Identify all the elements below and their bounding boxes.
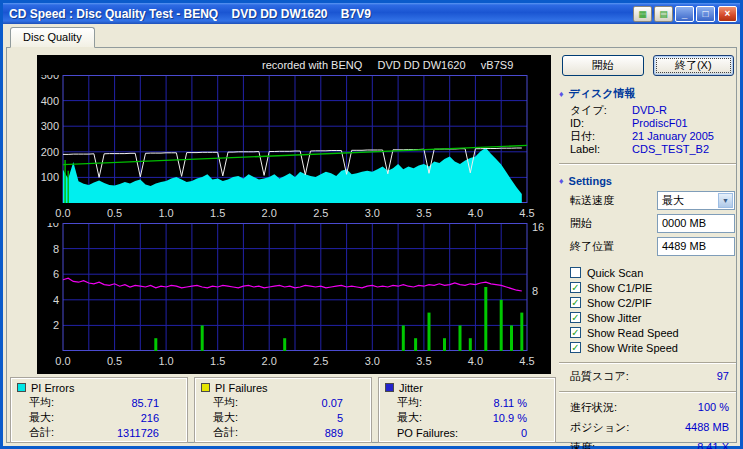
checkbox-box[interactable]: ✓ xyxy=(570,342,581,353)
stat-panel-jitter: Jitter平均:8.11 %最大:10.9 %PO Failures:0 xyxy=(378,377,556,443)
close-button[interactable]: × xyxy=(718,6,737,22)
start-button[interactable]: 開始 xyxy=(562,55,644,76)
legend-swatch-icon xyxy=(17,383,26,392)
stat-row: 合計:1311726 xyxy=(17,425,183,440)
stat-panel-title: PI Failures xyxy=(215,382,268,394)
stat-row: 最大:5 xyxy=(201,410,367,425)
svg-text:3.5: 3.5 xyxy=(416,207,431,219)
checkbox-box[interactable] xyxy=(570,267,581,278)
info-label: Label: xyxy=(570,143,632,156)
info-value: DVD-R xyxy=(632,104,667,117)
svg-text:3.0: 3.0 xyxy=(365,207,380,219)
stat-value: 1311726 xyxy=(117,427,159,439)
exit-button[interactable]: 終了(X) xyxy=(653,55,735,76)
stat-panel-header: PI Failures xyxy=(201,380,367,395)
start-position-input[interactable]: 0000 MB xyxy=(657,214,735,233)
settings-header: ♦ Settings xyxy=(559,175,738,187)
stat-label: 最大: xyxy=(213,410,238,425)
checkbox-box[interactable]: ✓ xyxy=(570,282,581,293)
separator xyxy=(559,362,736,364)
settings-checkboxes: Quick Scan✓Show C1/PIE✓Show C2/PIF✓Show … xyxy=(570,265,738,355)
checkbox-show-c1-pie[interactable]: ✓Show C1/PIE xyxy=(570,280,738,295)
disc-info-row: タイプ:DVD-R xyxy=(557,104,738,117)
info-label: タイプ: xyxy=(570,104,632,117)
transfer-speed-select[interactable]: 最大 ▼ xyxy=(657,191,735,210)
svg-text:4.0: 4.0 xyxy=(468,355,483,367)
stat-row: 平均:85.71 xyxy=(17,395,183,410)
checkbox-box[interactable]: ✓ xyxy=(570,312,581,323)
graph-tool-button-2[interactable]: ▤ xyxy=(654,6,673,22)
stat-value: 0 xyxy=(521,427,527,439)
progress-label: ポジション: xyxy=(570,420,629,435)
separator xyxy=(559,391,736,393)
info-label: ID: xyxy=(570,117,632,130)
svg-text:1.0: 1.0 xyxy=(158,355,173,367)
svg-text:300: 300 xyxy=(41,120,59,132)
maximize-button[interactable]: □ xyxy=(696,6,715,22)
checkbox-box[interactable]: ✓ xyxy=(570,297,581,308)
titlebar[interactable]: CD Speed : Disc Quality Test - BENQ DVD … xyxy=(3,3,740,24)
checkbox-quick-scan[interactable]: Quick Scan xyxy=(570,265,738,280)
svg-text:8: 8 xyxy=(532,285,538,297)
checkbox-show-jitter[interactable]: ✓Show Jitter xyxy=(570,310,738,325)
tab-disc-quality[interactable]: Disc Quality xyxy=(10,27,95,48)
settings-title: Settings xyxy=(569,175,612,187)
graph-icon: ▦ xyxy=(638,9,647,19)
stat-panel-pi-errors: PI Errors平均:85.71最大:216合計:1311726 xyxy=(10,377,188,443)
stat-label: 平均: xyxy=(29,395,54,410)
svg-text:2: 2 xyxy=(53,319,59,331)
svg-text:4.5: 4.5 xyxy=(519,355,534,367)
checkbox-show-write-speed[interactable]: ✓Show Write Speed xyxy=(570,340,738,355)
stat-value: 8.11 % xyxy=(494,397,527,409)
jitter-chart: 2468108160.00.51.01.52.02.53.03.54.04.5 xyxy=(37,223,551,369)
stat-row: PO Failures:0 xyxy=(385,425,551,440)
stat-label: 合計: xyxy=(213,425,238,440)
disc-info-title: ディスク情報 xyxy=(569,86,636,101)
svg-text:200: 200 xyxy=(41,146,59,158)
minimize-icon: _ xyxy=(682,8,688,19)
stat-label: 平均: xyxy=(213,395,238,410)
progress-value: 100 % xyxy=(698,401,729,413)
svg-text:3.0: 3.0 xyxy=(365,355,380,367)
svg-text:3.5: 3.5 xyxy=(416,355,431,367)
legend-swatch-icon xyxy=(385,383,394,392)
svg-text:8: 8 xyxy=(53,243,59,255)
chevron-down-icon[interactable]: ▼ xyxy=(718,193,733,208)
minimize-button[interactable]: _ xyxy=(675,6,694,22)
end-position-label: 終了位置 xyxy=(570,239,614,254)
svg-text:0.0: 0.0 xyxy=(55,207,70,219)
diamond-icon: ♦ xyxy=(559,89,564,99)
checkbox-label: Show Read Speed xyxy=(587,327,679,339)
window-title: CD Speed : Disc Quality Test - BENQ DVD … xyxy=(9,7,633,21)
checkbox-show-read-speed[interactable]: ✓Show Read Speed xyxy=(570,325,738,340)
disc-info-header: ♦ ディスク情報 xyxy=(559,86,738,101)
stat-panel-title: Jitter xyxy=(399,382,423,394)
svg-text:0.5: 0.5 xyxy=(107,207,122,219)
svg-text:4: 4 xyxy=(53,294,59,306)
stat-value: 889 xyxy=(325,427,343,439)
svg-text:100: 100 xyxy=(41,171,59,183)
separator xyxy=(559,163,736,165)
checkbox-show-c2-pif[interactable]: ✓Show C2/PIF xyxy=(570,295,738,310)
checkbox-box[interactable]: ✓ xyxy=(570,327,581,338)
stat-label: 最大: xyxy=(29,410,54,425)
stat-row: 合計:889 xyxy=(201,425,367,440)
svg-text:2.0: 2.0 xyxy=(262,355,277,367)
stat-panel-pi-failures: PI Failures平均:0.07最大:5合計:889 xyxy=(194,377,372,443)
progress-label: 速度: xyxy=(570,440,595,449)
info-value: CDS_TEST_B2 xyxy=(632,143,709,156)
end-position-input[interactable]: 4489 MB xyxy=(657,237,735,256)
stat-panel-header: PI Errors xyxy=(17,380,183,395)
disc-info-row: 日付:21 January 2005 xyxy=(557,130,738,143)
close-icon: × xyxy=(725,8,731,19)
disc-quality-page: recorded with BENQ DVD DD DW1620 vB7S9 1… xyxy=(6,47,737,443)
checkbox-label: Show C1/PIE xyxy=(587,282,652,294)
checkbox-label: Show Jitter xyxy=(587,312,641,324)
graph-tool-button-1[interactable]: ▦ xyxy=(633,6,652,22)
progress-row: ポジション:4488 MB xyxy=(557,417,738,437)
stats-row: PI Errors平均:85.71最大:216合計:1311726PI Fail… xyxy=(10,377,556,443)
stat-panel-header: Jitter xyxy=(385,380,551,395)
disc-info-list: タイプ:DVD-RID:ProdiscF01日付:21 January 2005… xyxy=(557,104,738,156)
checkbox-label: Show Write Speed xyxy=(587,342,678,354)
chart-panel: recorded with BENQ DVD DD DW1620 vB7S9 1… xyxy=(37,55,551,374)
